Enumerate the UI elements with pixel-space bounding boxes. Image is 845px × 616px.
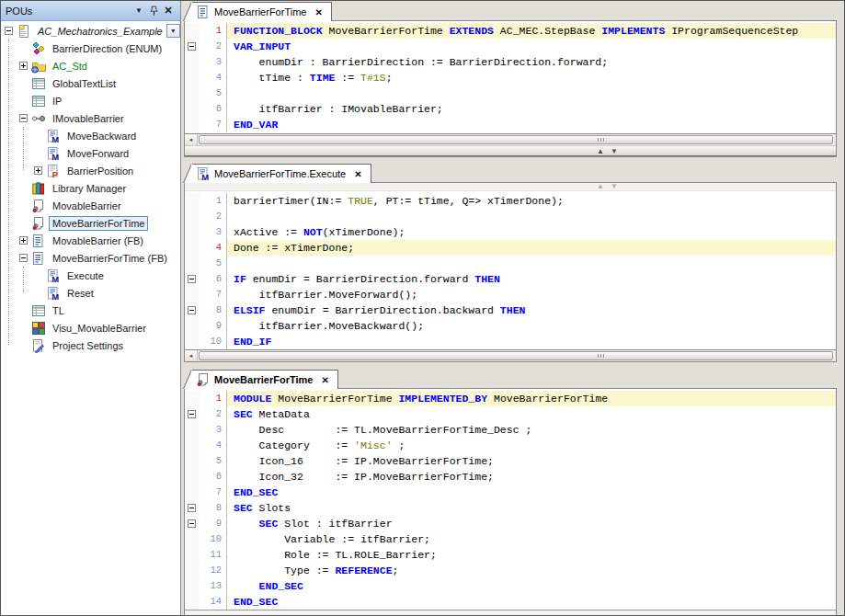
fold-collapse-icon[interactable] — [188, 519, 196, 528]
code-line[interactable]: 1barrierTimer(IN:= TRUE, PT:= tTime, Q=>… — [185, 193, 836, 209]
fold-gutter[interactable] — [185, 86, 200, 101]
scroll-left-button[interactable]: ◄ — [185, 350, 198, 361]
code-line[interactable]: 2VAR_INPUT — [185, 39, 836, 54]
tree-item-execute[interactable]: MExecute — [1, 267, 180, 284]
code-line[interactable]: 11 Role := TL.ROLE_Barrier; — [185, 547, 836, 563]
code-line[interactable]: 4 tTime : TIME := T#1S; — [185, 70, 836, 86]
fold-gutter[interactable] — [185, 101, 200, 117]
fold-gutter[interactable] — [185, 39, 200, 54]
code-text[interactable]: VAR_INPUT — [227, 39, 836, 54]
line-number[interactable]: 6 — [200, 469, 227, 485]
code-text[interactable]: SEC MetaData — [227, 406, 836, 422]
fold-gutter[interactable] — [185, 485, 200, 500]
code-text[interactable]: END_VAR — [227, 117, 836, 132]
code-line[interactable]: 12 Type := REFERENCE; — [185, 563, 836, 578]
expand-icon[interactable] — [19, 236, 28, 245]
fold-collapse-icon[interactable] — [188, 275, 196, 283]
pane-splitter[interactable]: ▲▼ — [185, 145, 836, 156]
horizontal-scrollbar[interactable]: ◄ — [185, 349, 836, 361]
line-number[interactable]: 5 — [200, 453, 227, 469]
fold-gutter[interactable] — [185, 271, 200, 287]
code-line[interactable]: 6 Icon_32 := IP.MoveBarrierForTime; — [185, 469, 836, 485]
fold-gutter[interactable] — [185, 287, 200, 302]
line-number[interactable]: 4 — [200, 70, 227, 86]
line-number[interactable]: 1 — [200, 23, 227, 39]
code-line[interactable]: 1MODULE MoveBarrierForTime IMPLEMENTED_B… — [185, 391, 836, 406]
fold-gutter[interactable] — [185, 594, 200, 610]
collapse-icon[interactable] — [19, 114, 28, 122]
fold-gutter[interactable] — [185, 422, 200, 438]
line-number[interactable]: 10 — [200, 531, 227, 547]
line-number[interactable]: 7 — [200, 117, 227, 132]
scrollbar-thumb[interactable] — [199, 351, 833, 360]
code-text[interactable]: itfBarrier.MoveBackward(); — [227, 318, 836, 334]
code-line[interactable]: 10 Variable := itfBarrier; — [185, 531, 836, 547]
line-number[interactable]: 3 — [200, 422, 227, 438]
line-number[interactable]: 2 — [200, 406, 227, 422]
tab-close-icon[interactable]: ✕ — [314, 7, 322, 17]
code-line[interactable]: 7END_VAR — [185, 117, 836, 132]
tree-item-movebarrierfortime[interactable]: MoveBarrierForTime — [1, 214, 180, 232]
fold-gutter[interactable] — [185, 578, 200, 594]
code-line[interactable]: 4 Category := 'Misc' ; — [185, 438, 836, 453]
fold-gutter[interactable] — [185, 406, 200, 422]
code-line[interactable]: 10END_IF — [185, 334, 836, 349]
code-line[interactable]: 7END_SEC — [185, 485, 836, 500]
fold-gutter[interactable] — [185, 531, 200, 547]
line-number[interactable]: 14 — [200, 594, 227, 610]
expand-icon[interactable] — [19, 62, 28, 70]
line-number[interactable]: 3 — [200, 54, 227, 70]
fold-gutter[interactable] — [185, 547, 200, 563]
expand-icon[interactable] — [34, 166, 42, 175]
fold-gutter[interactable] — [185, 391, 200, 406]
tree-item-ac-std[interactable]: AC_Std — [1, 57, 180, 74]
code-editor-execute[interactable]: 1barrierTimer(IN:= TRUE, PT:= tTime, Q=>… — [185, 191, 836, 349]
code-text[interactable]: FUNCTION_BLOCK MoveBarrierForTime EXTEND… — [227, 23, 836, 39]
fold-collapse-icon[interactable] — [188, 42, 196, 51]
fold-collapse-icon[interactable] — [188, 306, 196, 314]
line-number[interactable]: 2 — [200, 39, 227, 54]
tree-item-movebarrierfortime-fb[interactable]: MoveBarrierForTime (FB) — [1, 249, 180, 267]
panel-pin-button[interactable] — [146, 4, 161, 18]
tab-close-icon[interactable]: ✕ — [354, 169, 361, 179]
code-line[interactable]: 7 itfBarrier.MoveForward(); — [185, 287, 836, 302]
code-text[interactable]: Icon_32 := IP.MoveBarrierForTime; — [227, 469, 836, 485]
code-text[interactable]: tTime : TIME := T#1S; — [227, 70, 836, 86]
line-number[interactable]: 7 — [200, 485, 227, 500]
fold-gutter[interactable] — [185, 334, 200, 349]
code-text[interactable]: xActive := NOT(xTimerDone); — [227, 224, 836, 240]
tree-item-ac-mechatronics-example[interactable]: AC_Mechatronics_Example▼ — [1, 22, 180, 40]
tab-movebarrierfortime-module[interactable]: MoveBarrierForTime ✕ — [192, 370, 338, 389]
code-text[interactable]: Icon_16 := IP.MoveBarrierForTime; — [227, 453, 836, 469]
code-text[interactable]: Role := TL.ROLE_Barrier; — [227, 547, 836, 563]
code-line[interactable]: 3 Desc := TL.MoveBarrierForTime_Desc ; — [185, 422, 836, 438]
tree-item-library-manager[interactable]: Library Manager — [1, 179, 180, 197]
code-line[interactable]: 5 Icon_16 := IP.MoveBarrierForTime; — [185, 453, 836, 469]
tree-item-movebackward[interactable]: MMoveBackward — [1, 127, 180, 144]
code-line[interactable]: 8SEC Slots — [185, 500, 836, 516]
code-line[interactable]: 2SEC MetaData — [185, 406, 836, 422]
scroll-left-button[interactable]: ◄ — [185, 134, 198, 145]
code-line[interactable]: 9 itfBarrier.MoveBackward(); — [185, 318, 836, 334]
code-line[interactable]: 5 — [185, 86, 836, 101]
tree-item-tl[interactable]: TL — [1, 302, 180, 319]
code-line[interactable]: 3xActive := NOT(xTimerDone); — [185, 224, 836, 240]
fold-gutter[interactable] — [185, 318, 200, 334]
line-number[interactable]: 1 — [200, 391, 227, 406]
code-text[interactable]: SEC Slot : itfBarrier — [227, 516, 836, 531]
line-number[interactable]: 4 — [200, 240, 227, 256]
code-text[interactable]: END_IF — [227, 334, 836, 349]
fold-gutter[interactable] — [185, 224, 200, 240]
code-line[interactable]: 9 SEC Slot : itfBarrier — [185, 516, 836, 531]
tab-movebarrierfortime-declaration[interactable]: MoveBarrierForTime ✕ — [192, 2, 332, 21]
scrollbar-thumb[interactable] — [199, 135, 833, 144]
code-text[interactable]: Done := xTimerDone; — [227, 240, 836, 256]
panel-close-button[interactable]: ✕ — [161, 4, 176, 18]
line-number[interactable]: 1 — [200, 193, 227, 209]
code-text[interactable]: itfBarrier : IMovableBarrier; — [227, 101, 836, 117]
code-text[interactable]: enumDir : BarrierDirection := BarrierDir… — [227, 54, 836, 70]
tab-movebarrierfortime-execute[interactable]: M MoveBarrierForTime.Execute ✕ — [192, 164, 371, 183]
tree-item-ip[interactable]: IP — [1, 92, 180, 109]
splitter-down-icon[interactable]: ▼ — [611, 147, 618, 155]
fold-gutter[interactable] — [185, 209, 200, 224]
